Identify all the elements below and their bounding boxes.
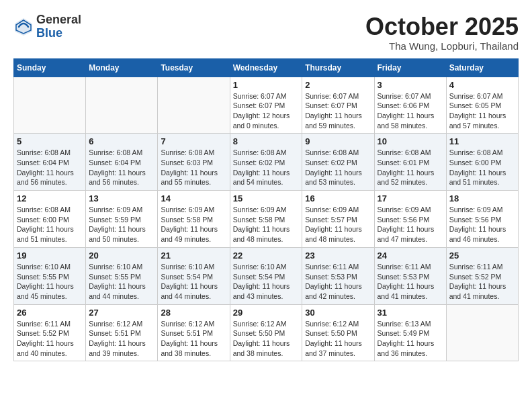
day-number: 28: [161, 308, 226, 318]
day-number: 9: [305, 136, 371, 146]
day-info: Sunrise: 6:08 AM Sunset: 6:04 PM Dayligh…: [89, 148, 154, 187]
day-info: Sunrise: 6:10 AM Sunset: 5:55 PM Dayligh…: [17, 262, 83, 302]
day-number: 18: [449, 193, 515, 203]
weekday-header-saturday: Saturday: [446, 58, 518, 77]
svg-marker-0: [15, 18, 32, 36]
day-info: Sunrise: 6:09 AM Sunset: 5:58 PM Dayligh…: [161, 205, 226, 244]
calendar-day-cell: 15Sunrise: 6:09 AM Sunset: 5:58 PM Dayli…: [230, 191, 302, 248]
logo-text: General Blue: [36, 13, 81, 40]
day-number: 15: [233, 193, 300, 203]
day-info: Sunrise: 6:09 AM Sunset: 5:59 PM Dayligh…: [89, 205, 154, 244]
calendar-day-cell: 28Sunrise: 6:12 AM Sunset: 5:51 PM Dayli…: [158, 304, 230, 361]
calendar-table: SundayMondayTuesdayWednesdayThursdayFrid…: [13, 58, 519, 362]
calendar-week-row: 26Sunrise: 6:11 AM Sunset: 5:52 PM Dayli…: [14, 304, 519, 361]
page-header: General Blue October 2025 Tha Wung, Lopb…: [13, 13, 519, 52]
day-info: Sunrise: 6:09 AM Sunset: 5:58 PM Dayligh…: [233, 205, 300, 244]
logo-general-text: General: [36, 13, 81, 27]
weekday-header-wednesday: Wednesday: [230, 58, 302, 77]
calendar-day-cell: [446, 304, 518, 361]
location: Tha Wung, Lopburi, Thailand: [365, 40, 519, 52]
calendar-day-cell: 7Sunrise: 6:08 AM Sunset: 6:03 PM Daylig…: [158, 134, 230, 191]
calendar-day-cell: 22Sunrise: 6:10 AM Sunset: 5:54 PM Dayli…: [230, 247, 302, 304]
calendar-day-cell: 1Sunrise: 6:07 AM Sunset: 6:07 PM Daylig…: [230, 77, 302, 134]
calendar-day-cell: 26Sunrise: 6:11 AM Sunset: 5:52 PM Dayli…: [14, 304, 86, 361]
calendar-day-cell: 20Sunrise: 6:10 AM Sunset: 5:55 PM Dayli…: [86, 247, 158, 304]
day-number: 30: [305, 308, 371, 318]
weekday-header-sunday: Sunday: [14, 58, 86, 77]
day-number: 16: [305, 193, 371, 203]
weekday-header-friday: Friday: [374, 58, 446, 77]
day-info: Sunrise: 6:13 AM Sunset: 5:49 PM Dayligh…: [378, 319, 443, 359]
day-info: Sunrise: 6:08 AM Sunset: 6:02 PM Dayligh…: [305, 148, 371, 187]
day-info: Sunrise: 6:08 AM Sunset: 6:00 PM Dayligh…: [449, 148, 515, 187]
day-number: 4: [449, 80, 515, 90]
logo-icon: [13, 17, 34, 37]
day-info: Sunrise: 6:11 AM Sunset: 5:52 PM Dayligh…: [449, 262, 515, 302]
title-block: October 2025 Tha Wung, Lopburi, Thailand: [365, 13, 519, 52]
calendar-day-cell: 25Sunrise: 6:11 AM Sunset: 5:52 PM Dayli…: [446, 247, 518, 304]
day-info: Sunrise: 6:08 AM Sunset: 6:00 PM Dayligh…: [17, 205, 83, 244]
day-number: 10: [378, 136, 443, 146]
calendar-day-cell: 13Sunrise: 6:09 AM Sunset: 5:59 PM Dayli…: [86, 191, 158, 248]
day-number: 27: [89, 308, 154, 318]
calendar-week-row: 19Sunrise: 6:10 AM Sunset: 5:55 PM Dayli…: [14, 247, 519, 304]
calendar-day-cell: 8Sunrise: 6:08 AM Sunset: 6:02 PM Daylig…: [230, 134, 302, 191]
calendar-day-cell: 10Sunrise: 6:08 AM Sunset: 6:01 PM Dayli…: [374, 134, 446, 191]
day-number: 22: [233, 250, 300, 261]
day-info: Sunrise: 6:11 AM Sunset: 5:52 PM Dayligh…: [17, 319, 83, 359]
day-info: Sunrise: 6:10 AM Sunset: 5:54 PM Dayligh…: [233, 262, 300, 302]
day-number: 26: [17, 308, 83, 318]
day-number: 17: [378, 193, 443, 203]
logo: General Blue: [13, 13, 81, 40]
logo-blue-text: Blue: [36, 27, 81, 40]
day-info: Sunrise: 6:12 AM Sunset: 5:51 PM Dayligh…: [89, 319, 154, 359]
day-number: 14: [161, 193, 226, 203]
calendar-day-cell: 19Sunrise: 6:10 AM Sunset: 5:55 PM Dayli…: [14, 247, 86, 304]
day-info: Sunrise: 6:11 AM Sunset: 5:53 PM Dayligh…: [305, 262, 371, 302]
day-number: 25: [449, 250, 515, 261]
calendar-day-cell: [86, 77, 158, 134]
calendar-day-cell: 23Sunrise: 6:11 AM Sunset: 5:53 PM Dayli…: [302, 247, 374, 304]
calendar-day-cell: 2Sunrise: 6:07 AM Sunset: 6:07 PM Daylig…: [302, 77, 374, 134]
weekday-header-row: SundayMondayTuesdayWednesdayThursdayFrid…: [14, 58, 519, 77]
calendar-day-cell: 27Sunrise: 6:12 AM Sunset: 5:51 PM Dayli…: [86, 304, 158, 361]
calendar-day-cell: 5Sunrise: 6:08 AM Sunset: 6:04 PM Daylig…: [14, 134, 86, 191]
day-number: 6: [89, 136, 154, 146]
day-number: 19: [17, 250, 83, 261]
day-number: 23: [305, 250, 371, 261]
calendar-day-cell: 6Sunrise: 6:08 AM Sunset: 6:04 PM Daylig…: [86, 134, 158, 191]
day-number: 5: [17, 136, 83, 146]
day-info: Sunrise: 6:09 AM Sunset: 5:56 PM Dayligh…: [449, 205, 515, 244]
day-info: Sunrise: 6:10 AM Sunset: 5:54 PM Dayligh…: [161, 262, 226, 302]
calendar-day-cell: 21Sunrise: 6:10 AM Sunset: 5:54 PM Dayli…: [158, 247, 230, 304]
calendar-day-cell: 3Sunrise: 6:07 AM Sunset: 6:06 PM Daylig…: [374, 77, 446, 134]
day-number: 8: [233, 136, 300, 146]
calendar-day-cell: 4Sunrise: 6:07 AM Sunset: 6:05 PM Daylig…: [446, 77, 518, 134]
calendar-day-cell: 14Sunrise: 6:09 AM Sunset: 5:58 PM Dayli…: [158, 191, 230, 248]
month-title: October 2025: [365, 13, 519, 40]
day-number: 12: [17, 193, 83, 203]
day-info: Sunrise: 6:07 AM Sunset: 6:06 PM Dayligh…: [378, 91, 443, 131]
calendar-day-cell: 30Sunrise: 6:12 AM Sunset: 5:50 PM Dayli…: [302, 304, 374, 361]
day-info: Sunrise: 6:07 AM Sunset: 6:05 PM Dayligh…: [449, 91, 515, 131]
calendar-day-cell: 16Sunrise: 6:09 AM Sunset: 5:57 PM Dayli…: [302, 191, 374, 248]
day-number: 13: [89, 193, 154, 203]
calendar-week-row: 12Sunrise: 6:08 AM Sunset: 6:00 PM Dayli…: [14, 191, 519, 248]
day-number: 24: [378, 250, 443, 261]
calendar-day-cell: [158, 77, 230, 134]
day-info: Sunrise: 6:07 AM Sunset: 6:07 PM Dayligh…: [305, 91, 371, 131]
day-info: Sunrise: 6:08 AM Sunset: 6:01 PM Dayligh…: [378, 148, 443, 187]
calendar-day-cell: 11Sunrise: 6:08 AM Sunset: 6:00 PM Dayli…: [446, 134, 518, 191]
day-info: Sunrise: 6:09 AM Sunset: 5:57 PM Dayligh…: [305, 205, 371, 244]
day-info: Sunrise: 6:09 AM Sunset: 5:56 PM Dayligh…: [378, 205, 443, 244]
calendar-day-cell: 9Sunrise: 6:08 AM Sunset: 6:02 PM Daylig…: [302, 134, 374, 191]
calendar-day-cell: 31Sunrise: 6:13 AM Sunset: 5:49 PM Dayli…: [374, 304, 446, 361]
calendar-day-cell: [14, 77, 86, 134]
weekday-header-thursday: Thursday: [302, 58, 374, 77]
day-info: Sunrise: 6:08 AM Sunset: 6:02 PM Dayligh…: [233, 148, 300, 187]
day-info: Sunrise: 6:07 AM Sunset: 6:07 PM Dayligh…: [233, 91, 300, 131]
day-number: 21: [161, 250, 226, 261]
day-info: Sunrise: 6:12 AM Sunset: 5:51 PM Dayligh…: [161, 319, 226, 359]
day-info: Sunrise: 6:10 AM Sunset: 5:55 PM Dayligh…: [89, 262, 154, 302]
day-number: 2: [305, 80, 371, 90]
